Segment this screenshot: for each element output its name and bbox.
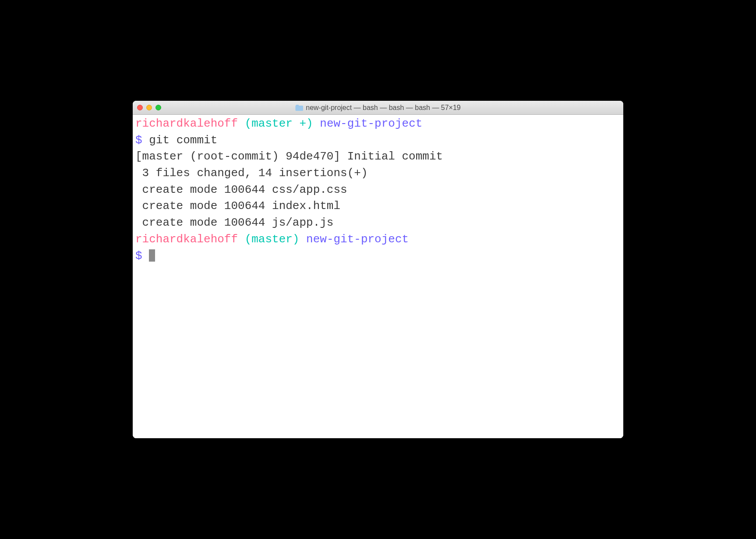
minimize-button[interactable] xyxy=(146,105,152,110)
output-line: create mode 100644 js/app.js xyxy=(135,216,333,229)
prompt-dir: new-git-project xyxy=(320,117,422,130)
prompt-symbol: $ xyxy=(135,249,142,262)
window-title-text: new-git-project — bash — bash — bash — 5… xyxy=(306,104,461,112)
traffic-lights xyxy=(137,105,161,110)
window-title: new-git-project — bash — bash — bash — 5… xyxy=(295,104,461,112)
folder-icon xyxy=(295,105,303,111)
terminal-body[interactable]: richardkalehoff (master +) new-git-proje… xyxy=(133,115,623,438)
prompt-user: richardkalehoff xyxy=(135,233,238,246)
prompt-symbol: $ xyxy=(135,134,142,147)
output-line: 3 files changed, 14 insertions(+) xyxy=(135,167,368,180)
output-line: create mode 100644 css/app.css xyxy=(135,183,347,196)
prompt-branch: (master) xyxy=(245,233,300,246)
terminal-window: new-git-project — bash — bash — bash — 5… xyxy=(133,101,623,438)
command-text: git commit xyxy=(149,134,217,147)
titlebar[interactable]: new-git-project — bash — bash — bash — 5… xyxy=(133,101,623,115)
output-line: [master (root-commit) 94de470] Initial c… xyxy=(135,150,443,163)
prompt-branch: (master +) xyxy=(245,117,313,130)
close-button[interactable] xyxy=(137,105,143,110)
output-line: create mode 100644 index.html xyxy=(135,199,340,213)
prompt-dir: new-git-project xyxy=(306,233,409,246)
maximize-button[interactable] xyxy=(155,105,161,110)
cursor xyxy=(149,249,155,262)
prompt-user: richardkalehoff xyxy=(135,117,238,130)
